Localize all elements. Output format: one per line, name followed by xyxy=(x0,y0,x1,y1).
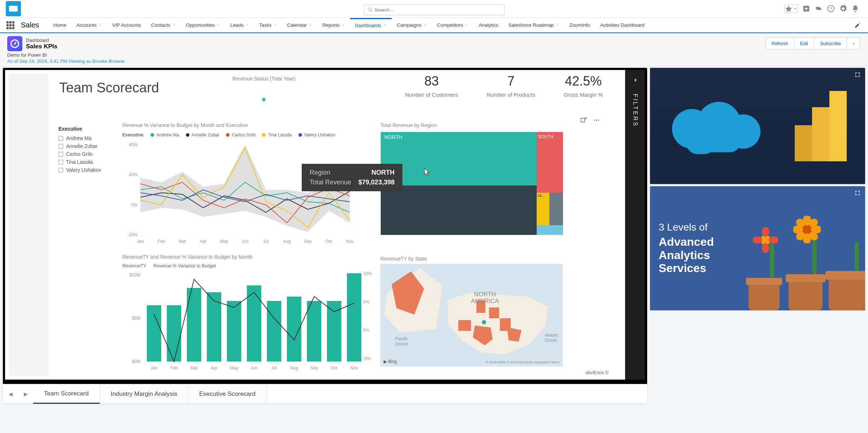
tab-nav-prev[interactable]: ◀ xyxy=(3,384,18,403)
favorite-dropdown[interactable] xyxy=(784,4,798,13)
kpi-margin-value: 42.5% xyxy=(564,74,603,89)
focus-mode-icon[interactable] xyxy=(580,117,588,123)
nav-item-opportunities[interactable]: Opportunities xyxy=(181,19,225,32)
svg-text:Sep: Sep xyxy=(310,366,318,371)
header-utility-icons: ? xyxy=(784,4,859,13)
record-type-label: Dashboard xyxy=(26,38,57,43)
treemap-region-2[interactable] xyxy=(381,185,537,235)
nav-item-calendar[interactable]: Calendar xyxy=(282,19,318,32)
salesforce-icon[interactable] xyxy=(815,5,823,13)
chevron-down-icon xyxy=(99,23,102,27)
exec-checkbox-tina-lassila[interactable]: Tina Lassila xyxy=(58,159,101,165)
svg-text:Oct: Oct xyxy=(326,239,332,244)
report-page-tabs: ◀ ▶ Team ScorecardIndustry Margin Analys… xyxy=(3,384,647,403)
side-card-branding[interactable] xyxy=(650,68,865,184)
filters-panel-collapsed[interactable]: FILTERS xyxy=(625,70,645,380)
svg-rect-33 xyxy=(307,301,321,362)
search-input[interactable] xyxy=(375,7,501,13)
nav-item-campaigns[interactable]: Campaigns xyxy=(392,19,432,32)
nav-item-activities-dashboard[interactable]: Activities Dashboard xyxy=(595,19,650,32)
nav-item-tasks[interactable]: Tasks xyxy=(254,19,282,32)
svg-rect-25 xyxy=(147,305,161,362)
nav-item-dashboards[interactable]: Dashboards xyxy=(350,18,392,32)
nav-item-salesforce-roadmap[interactable]: Salesforce Roadmap xyxy=(503,19,564,32)
expand-icon[interactable] xyxy=(854,190,861,196)
map-body[interactable]: NORTH AMERICA Pacific Ocean Atlantic Oce… xyxy=(380,264,563,367)
app-name: Sales xyxy=(21,21,39,29)
app-launcher-icon[interactable] xyxy=(6,21,14,29)
gear-icon[interactable] xyxy=(839,5,847,13)
edit-button[interactable]: Edit xyxy=(794,38,814,49)
svg-text:20%: 20% xyxy=(129,172,138,177)
page-title: Sales KPIs xyxy=(26,43,57,50)
report-tab-industry-margin-analysis[interactable]: Industry Margin Analysis xyxy=(100,384,188,403)
help-icon[interactable]: ? xyxy=(827,5,835,13)
treemap-region-5[interactable] xyxy=(549,193,563,225)
legend-item[interactable]: Carlos Grilo xyxy=(226,132,256,137)
svg-point-48 xyxy=(762,227,769,237)
report-tab-executive-scorecard[interactable]: Executive Scorecard xyxy=(188,384,267,403)
subscribe-button[interactable]: Subscribe xyxy=(814,38,847,49)
legend-item[interactable]: Annelie Zubar xyxy=(186,132,220,137)
chevron-down-icon xyxy=(423,23,427,27)
svg-text:Feb: Feb xyxy=(170,366,178,371)
bar-chart-svg: $10M$5M$0MJanFebMarAprMayJunJulAugSepOct… xyxy=(122,271,368,372)
nav-item-vip-accounts[interactable]: VIP Accounts xyxy=(107,19,146,32)
global-search[interactable] xyxy=(364,4,505,15)
nav-item-zoominfo[interactable]: ZoomInfo xyxy=(564,19,595,32)
app-logo xyxy=(6,1,21,16)
kpi-customers-value: 83 xyxy=(405,74,458,89)
chevron-left-icon[interactable] xyxy=(632,76,639,84)
treemap-central[interactable]: CE... xyxy=(537,193,549,225)
more-options-icon[interactable] xyxy=(593,117,601,123)
nav-item-contacts[interactable]: Contacts xyxy=(146,19,181,32)
report-canvas: Team Scorecard Revenue Status (Total Yea… xyxy=(5,70,625,380)
svg-text:Apr: Apr xyxy=(211,366,218,371)
treemap-region-6[interactable] xyxy=(537,225,563,235)
treemap-south[interactable]: SOUTH xyxy=(537,132,563,193)
pencil-icon[interactable] xyxy=(854,22,861,29)
expand-icon[interactable] xyxy=(854,71,861,78)
revenue-treemap[interactable]: Total Revenue by Region NORTH SOUTH CE..… xyxy=(380,122,568,235)
cursor-icon xyxy=(424,167,431,176)
revenue-bar-chart[interactable]: RevenueTY and Revenue % Variance to Budg… xyxy=(122,254,375,374)
legend-item[interactable]: Valery Ushakov xyxy=(298,132,336,137)
report-tab-team-scorecard[interactable]: Team Scorecard xyxy=(33,384,100,404)
tab-nav-next[interactable]: ▶ xyxy=(18,384,33,403)
as-of-text[interactable]: As of Sep 24, 2024, 3:41 PM·Viewing as B… xyxy=(7,58,861,64)
exec-checkbox-andrew-ma[interactable]: Andrew Ma xyxy=(58,135,101,141)
treemap-north[interactable]: NORTH xyxy=(381,132,537,185)
svg-point-49 xyxy=(762,243,769,253)
chevron-down-icon xyxy=(274,23,277,27)
svg-text:May: May xyxy=(230,366,238,371)
nav-item-accounts[interactable]: Accounts xyxy=(71,19,107,32)
revenue-map[interactable]: RevenueTY by State 10%5%0%-5% xyxy=(380,256,568,367)
nav-item-competitors[interactable]: Competitors xyxy=(432,19,474,32)
exec-checkbox-valery-ushakov[interactable]: Valery Ushakov xyxy=(58,167,101,173)
revenue-status-kpi: Revenue Status (Total Year) xyxy=(232,76,295,101)
bing-logo: ▶ Bing xyxy=(384,359,397,364)
nav-item-analytics[interactable]: Analytics xyxy=(474,19,503,32)
kpi-products-value: 7 xyxy=(487,74,535,89)
add-icon[interactable] xyxy=(802,5,810,13)
svg-text:40%: 40% xyxy=(129,142,138,147)
side-card-analytics[interactable]: 3 Levels of Advanced Analytics Services xyxy=(650,186,865,310)
nav-item-home[interactable]: Home xyxy=(48,19,71,32)
dashboard-header: Dashboard Sales KPIs Demo for Power BI A… xyxy=(0,33,868,66)
nav-item-reports[interactable]: Reports xyxy=(317,19,350,32)
dashboard-subtitle: Demo for Power BI xyxy=(7,52,861,58)
executive-filter: Executive Andrew MaAnnelie ZubarCarlos G… xyxy=(58,126,101,175)
exec-checkbox-carlos-grilo[interactable]: Carlos Grilo xyxy=(58,151,101,157)
more-actions-button[interactable] xyxy=(847,38,860,49)
legend-item[interactable]: Andrew Ma xyxy=(151,132,179,137)
chevron-down-icon xyxy=(309,23,312,27)
svg-text:May: May xyxy=(220,239,228,244)
chevron-down-icon xyxy=(245,23,249,27)
refresh-button[interactable]: Refresh xyxy=(766,38,794,49)
legend-item[interactable]: Tina Lassila xyxy=(262,132,292,137)
nav-item-leads[interactable]: Leads xyxy=(225,19,254,32)
exec-checkbox-annelie-zubar[interactable]: Annelie Zubar xyxy=(58,143,101,149)
bell-icon[interactable] xyxy=(851,5,859,13)
svg-text:Jan: Jan xyxy=(151,366,157,371)
svg-text:?: ? xyxy=(829,6,832,12)
